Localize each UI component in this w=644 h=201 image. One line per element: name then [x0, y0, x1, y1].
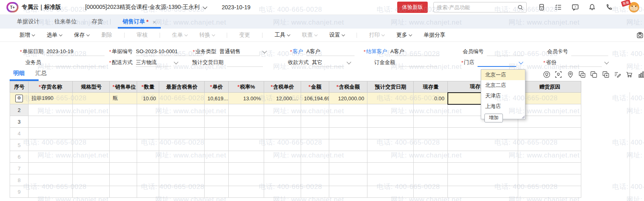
grid-cell[interactable]: [329, 151, 367, 163]
cart-icon[interactable]: [625, 70, 633, 79]
grid-cell[interactable]: [367, 163, 414, 174]
chevron-down-icon[interactable]: [519, 60, 523, 64]
field-expected-delivery-date[interactable]: 预计交货日期: [189, 58, 263, 67]
field-settle-customer[interactable]: * 结算客户 A客户: [363, 47, 439, 56]
tab-form-design[interactable]: 单据设计: [10, 15, 47, 29]
field-business-type[interactable]: * 业务类型 普通销售: [192, 47, 267, 56]
grid-cell[interactable]: [159, 174, 205, 186]
grid-cell[interactable]: [518, 186, 581, 198]
grid-cell[interactable]: [205, 151, 229, 163]
grid-cell[interactable]: [264, 151, 301, 163]
col-header-tax-price[interactable]: *含税单价: [264, 81, 301, 93]
grid-cell[interactable]: 拉菲1990: [29, 93, 73, 104]
grid-cell[interactable]: [264, 186, 301, 198]
grid-cell[interactable]: [414, 139, 448, 151]
tools-button[interactable]: 工具: [275, 31, 290, 39]
row-number-cell[interactable]: 2: [10, 104, 29, 116]
pick-order-button[interactable]: 选单: [47, 31, 62, 39]
grid-cell[interactable]: [414, 116, 448, 128]
col-header-spec[interactable]: 规格型号: [73, 81, 110, 93]
grid-cell[interactable]: [229, 151, 264, 163]
field-payment-method[interactable]: 收款方式 其它: [285, 58, 351, 67]
support-mascot-icon[interactable]: 客服: [621, 0, 642, 14]
grid-cell[interactable]: [518, 104, 581, 116]
camera-icon[interactable]: [636, 31, 644, 39]
grid-cell[interactable]: [110, 151, 137, 163]
grid-cell[interactable]: [301, 186, 329, 198]
dropdown-option[interactable]: 上海店: [481, 101, 525, 112]
grid-cell[interactable]: [73, 104, 110, 116]
grid-cell[interactable]: [110, 186, 137, 198]
share-bill-button[interactable]: 单据分享: [424, 31, 445, 39]
settings-button[interactable]: 设置: [329, 31, 345, 39]
row-number-cell[interactable]: ⚙: [10, 93, 29, 104]
grid-cell[interactable]: [329, 104, 367, 116]
col-header-latest-price[interactable]: 最新含税售价: [159, 81, 205, 93]
mobile-icon[interactable]: [537, 3, 546, 11]
tab-partners[interactable]: 往来单位: [47, 15, 84, 29]
tab-sales-order[interactable]: 销售订单 * ×: [115, 15, 163, 29]
grid-cell[interactable]: [73, 174, 110, 186]
generate-button[interactable]: 生单: [172, 31, 187, 39]
grid-cell[interactable]: [329, 116, 367, 128]
grid-cell[interactable]: [73, 93, 110, 104]
grid-cell[interactable]: [137, 163, 159, 174]
grid-cell[interactable]: [301, 151, 329, 163]
change-button[interactable]: 变更: [239, 31, 250, 39]
grid-cell[interactable]: [229, 128, 264, 139]
grid-cell[interactable]: [29, 104, 73, 116]
grid-cell[interactable]: 10.00: [137, 93, 159, 104]
linked-query-button[interactable]: 联查: [302, 31, 317, 39]
message-icon[interactable]: [571, 3, 579, 11]
row-number-cell[interactable]: 9: [10, 186, 29, 198]
grid-cell[interactable]: [137, 116, 159, 128]
gear-icon[interactable]: ⚙: [15, 95, 23, 102]
copy-add-icon[interactable]: [578, 70, 586, 79]
grid-cell[interactable]: [264, 116, 301, 128]
field-bill-date[interactable]: * 单据日期 2023-10-19: [19, 47, 105, 56]
grid-cell[interactable]: [137, 104, 159, 116]
grid-cell[interactable]: [448, 151, 518, 163]
field-province[interactable]: * 省份: [543, 58, 609, 67]
grid-cell[interactable]: [229, 163, 264, 174]
grid-cell[interactable]: [301, 174, 329, 186]
grid-cell[interactable]: [329, 128, 367, 139]
chevron-down-icon[interactable]: [604, 60, 609, 64]
col-header-seq[interactable]: 序号: [10, 81, 29, 93]
grid-cell[interactable]: [205, 104, 229, 116]
grid-cell[interactable]: [73, 151, 110, 163]
grid-cell[interactable]: [73, 128, 110, 139]
grid-cell[interactable]: [414, 104, 448, 116]
col-header-unit-price[interactable]: *单价: [205, 81, 229, 93]
account-switcher[interactable]: [000005]2023精英会课程-金友源-1390-王永利: [85, 4, 207, 11]
bulb-circle-icon[interactable]: [543, 70, 551, 79]
grid-cell[interactable]: [414, 151, 448, 163]
grid-cell[interactable]: [110, 104, 137, 116]
grid-cell[interactable]: [301, 163, 329, 174]
customer-link[interactable]: 客户: [293, 48, 303, 55]
row-number-cell[interactable]: 4: [10, 128, 29, 139]
grid-cell[interactable]: [229, 139, 264, 151]
bulb-scan-icon[interactable]: [554, 70, 562, 79]
field-salesperson[interactable]: 业务员: [22, 58, 105, 67]
grid-cell[interactable]: [205, 174, 229, 186]
field-customer[interactable]: * 客户 A客户: [289, 47, 355, 56]
row-number-cell[interactable]: 7: [10, 163, 29, 174]
grid-cell[interactable]: [29, 128, 73, 139]
grid-cell[interactable]: [29, 174, 73, 186]
row-number-cell[interactable]: 8: [10, 174, 29, 186]
col-header-sales-unit[interactable]: *销售单位: [110, 81, 137, 93]
grid-cell[interactable]: [29, 116, 73, 128]
field-deposit-amount[interactable]: 订金金额: [371, 58, 437, 67]
grid-cell[interactable]: [110, 174, 137, 186]
grid-cell[interactable]: [110, 116, 137, 128]
grid-cell[interactable]: [448, 186, 518, 198]
grid-cell[interactable]: 10,619....: [205, 93, 229, 104]
grid-cell[interactable]: [110, 128, 137, 139]
tab-detail[interactable]: 明细: [13, 70, 25, 77]
grid-cell[interactable]: [448, 163, 518, 174]
grid-cell[interactable]: [414, 163, 448, 174]
grid-cell[interactable]: [159, 139, 205, 151]
audit-button[interactable]: 审核: [137, 31, 148, 39]
grid-cell[interactable]: [137, 186, 159, 198]
